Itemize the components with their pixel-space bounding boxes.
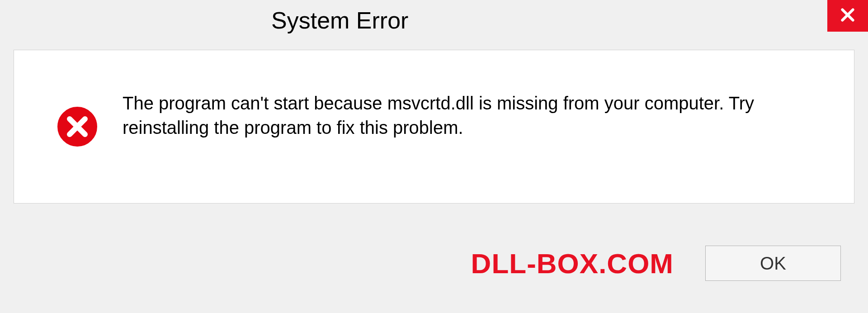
error-message: The program can't start because msvcrtd.… [123, 91, 827, 140]
watermark-text: DLL-BOX.COM [471, 247, 674, 280]
dialog-title: System Error [271, 7, 408, 34]
dialog-footer: DLL-BOX.COM OK [0, 213, 868, 313]
dialog-titlebar: System Error [0, 0, 868, 41]
close-button[interactable] [827, 0, 868, 32]
dialog-content: The program can't start because msvcrtd.… [14, 50, 854, 204]
close-icon [839, 6, 857, 26]
error-icon [55, 104, 100, 149]
ok-button[interactable]: OK [705, 246, 841, 281]
